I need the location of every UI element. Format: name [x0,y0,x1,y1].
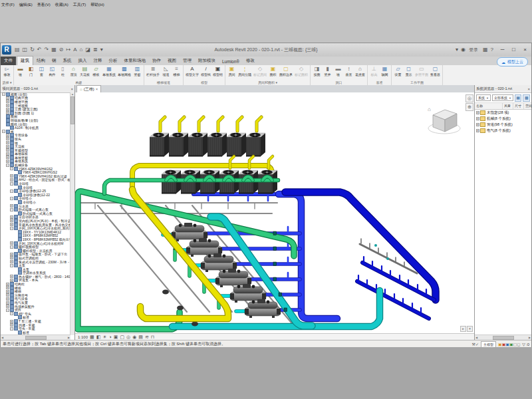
maximize-button[interactable]: □ [509,47,518,53]
collapse-icon[interactable]: − [10,264,13,267]
align-dimension-icon[interactable]: ↦ [66,47,71,53]
roof-button[interactable]: ⌂屋顶 [68,66,78,76]
drawing-area[interactable]: ⌂ ◎ ⊕ ▸▾ [75,92,474,333]
area-boundary-button[interactable]: ▢面积边界 [279,66,293,76]
system-browser-rows[interactable]: +未指定(28 项)+机械(8 个系统)+管道(98 个系统)+电气(8 个系统… [475,110,531,134]
default-3d-view-icon[interactable]: ⌂ [80,47,83,53]
close-icon[interactable]: × [527,87,530,91]
open-icon[interactable]: ▤ [15,47,20,53]
shaft-button[interactable]: ▮竖井 [323,66,332,76]
column-header-1[interactable]: 风量 [503,103,513,109]
collapse-icon[interactable]: − [10,312,13,315]
scale-button[interactable]: 1:100 [78,335,88,339]
expand-icon[interactable]: + [476,117,479,120]
cooling-tower-row-front[interactable] [162,156,277,194]
tree-item[interactable]: 标准 [1,331,70,334]
desktop-menu-item[interactable]: 收藏(A) [55,2,68,8]
temporary-hide-isolate-icon[interactable]: ◎ [126,334,130,340]
ribbon-tab-钢[interactable]: 钢 [49,57,60,65]
desktop-menubar[interactable]: 文件(F)编辑(E)查看(V)收藏(A)工具(T)帮助(H) [1,1,104,9]
collapse-icon[interactable]: − [2,92,5,96]
ribbon-tab-协作[interactable]: 协作 [149,57,164,65]
sun-path-icon[interactable]: ☀ [102,334,106,340]
view-tab-3d[interactable]: ⌂ {三维} × [76,85,101,92]
ribbon-tab-注释[interactable]: 注释 [90,57,106,65]
stair-button[interactable]: ≡楼梯 [172,66,182,76]
ribbon-tab-管理[interactable]: 管理 [180,57,195,65]
collapse-icon[interactable]: − [10,190,13,193]
ribbon-tab-结构[interactable]: 结构 [33,57,49,65]
collapse-icon[interactable]: − [10,197,13,200]
request-icon[interactable]: ✓ [475,342,479,346]
cloud-upload-button[interactable]: ☁ 模型上云 [497,57,528,66]
ribbon-tab-视图[interactable]: 视图 [164,57,180,65]
expand-icon[interactable]: + [476,129,479,132]
ribbon-tab-分析[interactable]: 分析 [106,57,121,65]
collapse-icon[interactable]: − [10,245,13,249]
collapse-icon[interactable]: − [10,227,13,230]
quick-access-toolbar[interactable]: ▤◫↻↶↷▦⊘↦A⌂◪≣▾ [15,47,103,53]
ribbon-tab-附加模块[interactable]: 附加模块 [195,57,219,65]
workplane-show-button[interactable]: ◻显示 [404,66,414,76]
expand-icon[interactable]: + [476,111,479,114]
system-row[interactable]: +机械(8 个系统) [475,116,531,122]
area-button[interactable]: ▣面积 [268,66,278,76]
railing-button[interactable]: ≣栏杆扶手 [146,66,160,76]
app-store-icon[interactable]: ▦ [483,47,488,53]
ribbon-tab-建筑[interactable]: 建筑 [17,56,33,65]
measure-icon[interactable]: ⊘ [59,47,64,53]
model-group-button[interactable]: ▣模型组 [212,66,223,76]
help-icon[interactable]: ? [491,47,493,53]
desktop-menu-item[interactable]: 文件(F) [1,2,15,8]
ribbon-tab-系统[interactable]: 系统 [60,57,75,65]
wall-button[interactable]: ▬墙 [15,66,25,76]
show-crop-icon[interactable]: ▢ [120,334,124,340]
steering-wheel-icon[interactable]: ◎ [466,94,473,102]
system-row[interactable]: +电气(8 个系统) [475,128,531,134]
ribbon-tab-修改[interactable]: 修改 [243,57,258,65]
zoom-icon[interactable]: ⊕ [466,103,473,111]
reveal-constraints-icon[interactable]: ⊓ [151,334,154,340]
redo-icon[interactable]: ↷ [45,47,49,53]
view-cube[interactable]: ⌂ [426,102,462,136]
ribbon-tab-插入[interactable]: 插入 [75,57,90,65]
collapse-icon[interactable]: − [10,167,13,170]
infocenter-icons[interactable]: ▾◉ [456,47,466,53]
system-row[interactable]: +管道(98 个系统) [475,122,531,128]
minimize-button[interactable]: ─ [498,47,507,53]
floor-button[interactable]: ▱楼板 [91,66,101,76]
section-icon[interactable]: ◪ [85,47,90,53]
ribbon-tab-体量和场地[interactable]: 体量和场地 [121,57,150,65]
system-browser-hscrollbar[interactable]: ◀▶ [475,334,531,340]
temporary-view-properties-icon[interactable]: ▤ [138,334,143,340]
curtain-system-button[interactable]: ▦幕墙系统 [102,66,116,76]
all-systems-select[interactable]: 全部系统▼ [492,94,513,101]
ribbon-tab-Lumion®[interactable]: Lumion® [219,58,243,65]
customize-qat-icon[interactable]: ▾ [100,47,103,53]
close-icon[interactable]: × [70,87,73,91]
reveal-hidden-icon[interactable]: ◉ [132,334,136,340]
text-icon[interactable]: A [73,47,76,53]
desktop-menu-item[interactable]: 编辑(E) [19,2,33,8]
collapse-icon[interactable]: − [6,309,9,312]
manifold-navy-2[interactable] [357,275,429,319]
model-3d-view[interactable] [75,92,474,333]
selection-filter[interactable]: ▽:0 [522,342,529,346]
collapse-icon[interactable]: − [10,208,13,211]
system-filter-select[interactable]: 系统▼ [476,94,491,101]
column-header-2[interactable]: 尺寸 [513,103,524,109]
revit-logo[interactable]: R [2,45,11,55]
visual-style-icon[interactable]: ◧ [96,334,101,340]
model-line-button[interactable]: /模型线 [200,66,211,76]
desktop-menu-item[interactable]: 工具(T) [73,2,86,8]
shadows-icon[interactable]: ◑ [109,334,112,340]
save-icon[interactable]: ◫ [23,47,28,53]
sync-icon[interactable]: ↻ [30,47,35,53]
collapse-icon[interactable]: − [10,182,13,186]
desktop-menu-item[interactable]: 帮助(H) [90,2,104,8]
autofit-icon[interactable]: ▦ [515,94,522,102]
window-button[interactable]: ◫窗 [37,66,47,76]
user-icon[interactable]: ◉ [461,47,466,53]
door-button[interactable]: ◧门 [26,66,36,76]
dormer-button[interactable]: ⌂老虎窗 [354,66,366,76]
